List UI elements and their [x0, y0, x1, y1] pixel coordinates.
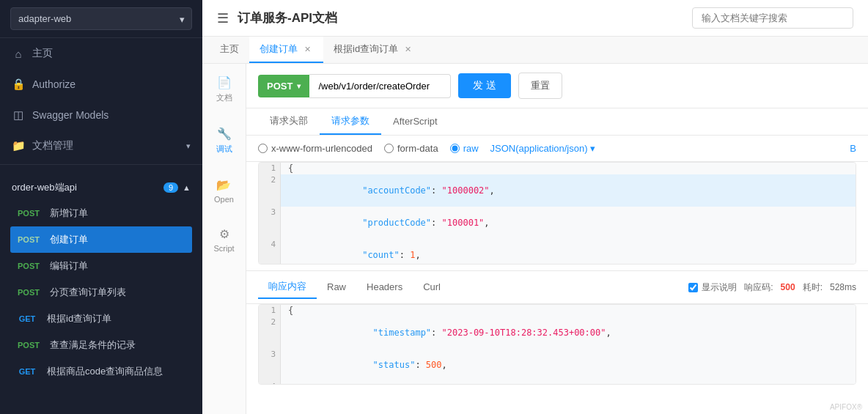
line-content: "status": 500, — [281, 349, 455, 381]
left-panel-script[interactable]: ⚙ Script — [209, 223, 238, 257]
method-label: POST — [267, 81, 293, 92]
json-value: "2023-09-10T18:28:32.453+00:00" — [442, 328, 606, 338]
method-url-group: POST ▾ — [258, 74, 451, 98]
sub-tab-request-header[interactable]: 请求头部 — [258, 108, 320, 135]
radio-urlencoded[interactable]: x-www-form-urlencoded — [258, 143, 372, 154]
line-number: 1 — [259, 305, 281, 317]
resp-line-4: 4 "error": "Internal Server Error", — [259, 381, 856, 385]
api-item-create-order[interactable]: POST 创建订单 — [10, 226, 192, 253]
main-panel: ☰ 订单服务-API文档 主页 创建订单 ✕ 根据id查询订单 ✕ 📄 文档 🔧 — [202, 0, 868, 414]
response-tab-headers[interactable]: Headers — [356, 277, 413, 298]
line-content: "timestamp": "2023-09-10T18:28:32.453+00… — [281, 317, 619, 349]
tab-create-order-close[interactable]: ✕ — [302, 44, 313, 55]
json-type-text: JSON(application/json) — [490, 143, 588, 154]
response-body-editor: 1 { 2 "timestamp": "2023-09-10T18:28:32.… — [258, 304, 856, 385]
project-selector[interactable]: adapter-web — [10, 7, 192, 30]
tab-get-order[interactable]: 根据id查询订单 ✕ — [323, 37, 424, 63]
json-value: "1000002" — [442, 185, 490, 196]
api-list: POST 新增订单 POST 创建订单 POST 编辑订单 POST 分页查询订… — [10, 200, 192, 385]
search-input[interactable] — [692, 7, 853, 29]
radio-form-data-label: form-data — [397, 143, 438, 154]
response-tab-raw[interactable]: Raw — [317, 277, 356, 298]
api-item-add-order[interactable]: POST 新增订单 — [10, 200, 192, 226]
api-item-name: 查查满足条件的记录 — [50, 339, 136, 352]
debug-label: 调试 — [216, 144, 232, 155]
code-line-4: 4 "count": 1, — [259, 239, 856, 265]
chevron-down-icon: ▾ — [186, 141, 191, 151]
api-item-list-orders[interactable]: POST 分页查询订单列表 — [10, 279, 192, 306]
radio-urlencoded-input[interactable] — [258, 144, 268, 153]
left-panel-open[interactable]: 📂 Open — [210, 174, 238, 208]
project-dropdown[interactable]: adapter-web — [10, 7, 192, 30]
api-item-name: 根据商品code查询商品信息 — [47, 365, 163, 378]
api-item-query-records[interactable]: POST 查查满足条件的记录 — [10, 332, 192, 358]
show-desc-toggle[interactable]: 显示说明 — [688, 281, 737, 294]
radio-raw[interactable]: raw — [450, 143, 479, 154]
line-number: 4 — [259, 381, 281, 385]
radio-form-data-input[interactable] — [384, 144, 394, 153]
left-panel-doc[interactable]: 📄 文档 — [212, 71, 237, 108]
radio-group: x-www-form-urlencoded form-data raw JSON… — [258, 143, 856, 154]
response-section: 响应内容 Raw Headers Curl 显示说明 响应码: 500 耗时: — [246, 270, 868, 391]
url-input[interactable] — [309, 74, 451, 98]
request-body-editor[interactable]: 1 { 2 "accountCode": "1000002", 3 "produ… — [258, 162, 856, 265]
left-panel-debug[interactable]: 🔧 调试 — [212, 122, 237, 159]
response-tab-body[interactable]: 响应内容 — [258, 276, 317, 299]
doc-icon: 📄 — [217, 75, 232, 89]
sub-tab-request-params[interactable]: 请求参数 — [320, 108, 381, 135]
method-badge-post: POST — [13, 287, 44, 298]
watermark: APIFOX® — [830, 403, 862, 411]
api-group-header[interactable]: order-web端api 9 ▲ — [10, 175, 192, 200]
api-item-get-by-code[interactable]: GET 根据商品code查询商品信息 — [10, 358, 192, 385]
sub-tab-afterscript[interactable]: AfterScript — [381, 110, 449, 134]
response-tabs: 响应内容 Raw Headers Curl — [258, 276, 451, 299]
radio-raw-input[interactable] — [450, 144, 460, 153]
beautify-label[interactable]: B — [850, 143, 856, 154]
hamburger-icon[interactable]: ☰ — [217, 10, 229, 26]
tab-home[interactable]: 主页 — [210, 37, 249, 63]
sidebar-header: adapter-web — [0, 0, 202, 38]
tab-home-label: 主页 — [220, 42, 239, 56]
api-item-get-order[interactable]: GET 根据id查询订单 — [10, 306, 192, 332]
tab-create-order-label: 创建订单 — [260, 42, 298, 56]
body-type-selector: x-www-form-urlencoded form-data raw JSON… — [246, 136, 868, 162]
show-desc-checkbox[interactable] — [688, 283, 698, 292]
json-value: 500 — [426, 360, 442, 370]
api-group-meta: 9 ▲ — [163, 182, 191, 193]
sidebar-item-authorize[interactable]: 🔒 Authorize — [0, 69, 202, 100]
send-button[interactable]: 发 送 — [458, 73, 511, 98]
response-tab-curl[interactable]: Curl — [413, 277, 451, 298]
reset-button[interactable]: 重置 — [518, 73, 562, 99]
sidebar-item-swagger-models[interactable]: ◫ Swagger Models — [0, 100, 202, 130]
sidebar-item-swagger-label: Swagger Models — [32, 109, 108, 121]
resp-line-1: 1 { — [259, 305, 856, 317]
api-item-name: 根据id查询订单 — [47, 312, 111, 325]
method-select-button[interactable]: POST ▾ — [258, 75, 309, 97]
api-item-edit-order[interactable]: POST 编辑订单 — [10, 253, 192, 279]
tab-get-order-close[interactable]: ✕ — [402, 44, 413, 55]
home-icon: ⌂ — [12, 48, 25, 60]
sidebar-divider — [0, 164, 202, 165]
json-key: "accountCode" — [352, 185, 431, 196]
debug-icon: 🔧 — [217, 127, 232, 141]
radio-form-data[interactable]: form-data — [384, 143, 438, 154]
line-content: "count": 1, — [281, 239, 428, 265]
method-badge-get: GET — [13, 313, 41, 325]
method-badge-post: POST — [13, 207, 44, 219]
json-value: "100001" — [442, 218, 485, 228]
json-type-label[interactable]: JSON(application/json) ▾ — [490, 143, 596, 154]
line-number: 2 — [259, 317, 281, 349]
sidebar-item-home[interactable]: ⌂ 主页 — [0, 38, 202, 69]
time-label: 耗时: — [803, 281, 823, 294]
tab-create-order[interactable]: 创建订单 ✕ — [249, 37, 323, 63]
sidebar-item-file-mgmt[interactable]: 📁 文档管理 ▾ — [0, 130, 202, 161]
script-label: Script — [213, 244, 234, 253]
sidebar: adapter-web ⌂ 主页 🔒 Authorize ◫ Swagger M… — [0, 0, 202, 414]
response-meta: 显示说明 响应码: 500 耗时: 528ms — [688, 281, 856, 294]
json-key: "productCode" — [352, 218, 431, 228]
json-key: "status" — [362, 360, 415, 370]
method-badge-post: POST — [13, 339, 44, 351]
line-number: 3 — [259, 207, 281, 239]
open-label: Open — [214, 195, 234, 204]
show-desc-label: 显示说明 — [702, 281, 737, 294]
